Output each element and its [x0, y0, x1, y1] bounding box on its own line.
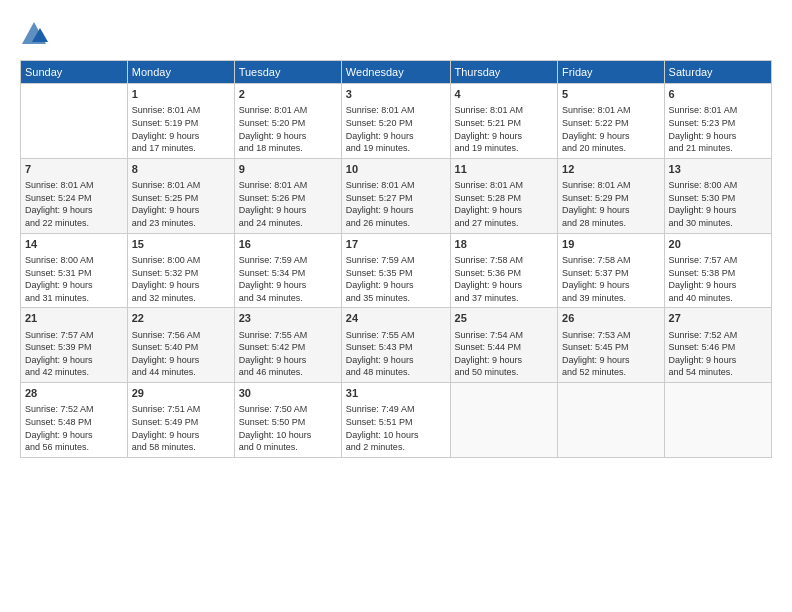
calendar-cell: 31Sunrise: 7:49 AM Sunset: 5:51 PM Dayli…: [341, 383, 450, 458]
calendar-cell: 10Sunrise: 8:01 AM Sunset: 5:27 PM Dayli…: [341, 158, 450, 233]
day-of-week-header: Friday: [558, 61, 665, 84]
calendar-cell: 20Sunrise: 7:57 AM Sunset: 5:38 PM Dayli…: [664, 233, 771, 308]
calendar-cell: 8Sunrise: 8:01 AM Sunset: 5:25 PM Daylig…: [127, 158, 234, 233]
calendar-cell: 30Sunrise: 7:50 AM Sunset: 5:50 PM Dayli…: [234, 383, 341, 458]
calendar-cell: [450, 383, 558, 458]
calendar-cell: 1Sunrise: 8:01 AM Sunset: 5:19 PM Daylig…: [127, 84, 234, 159]
calendar-cell: 6Sunrise: 8:01 AM Sunset: 5:23 PM Daylig…: [664, 84, 771, 159]
day-info: Sunrise: 8:01 AM Sunset: 5:26 PM Dayligh…: [239, 179, 337, 229]
calendar-cell: 24Sunrise: 7:55 AM Sunset: 5:43 PM Dayli…: [341, 308, 450, 383]
day-number: 26: [562, 311, 660, 326]
calendar-cell: 26Sunrise: 7:53 AM Sunset: 5:45 PM Dayli…: [558, 308, 665, 383]
day-number: 8: [132, 162, 230, 177]
calendar-cell: 17Sunrise: 7:59 AM Sunset: 5:35 PM Dayli…: [341, 233, 450, 308]
calendar-cell: 7Sunrise: 8:01 AM Sunset: 5:24 PM Daylig…: [21, 158, 128, 233]
day-number: 6: [669, 87, 767, 102]
day-info: Sunrise: 8:01 AM Sunset: 5:22 PM Dayligh…: [562, 104, 660, 154]
day-number: 23: [239, 311, 337, 326]
day-info: Sunrise: 7:55 AM Sunset: 5:42 PM Dayligh…: [239, 329, 337, 379]
calendar-header-row: SundayMondayTuesdayWednesdayThursdayFrid…: [21, 61, 772, 84]
day-info: Sunrise: 8:00 AM Sunset: 5:31 PM Dayligh…: [25, 254, 123, 304]
day-info: Sunrise: 7:59 AM Sunset: 5:35 PM Dayligh…: [346, 254, 446, 304]
day-number: 13: [669, 162, 767, 177]
day-number: 12: [562, 162, 660, 177]
day-number: 27: [669, 311, 767, 326]
day-number: 21: [25, 311, 123, 326]
day-number: 16: [239, 237, 337, 252]
day-info: Sunrise: 7:58 AM Sunset: 5:37 PM Dayligh…: [562, 254, 660, 304]
day-info: Sunrise: 8:00 AM Sunset: 5:32 PM Dayligh…: [132, 254, 230, 304]
calendar-cell: 12Sunrise: 8:01 AM Sunset: 5:29 PM Dayli…: [558, 158, 665, 233]
calendar-cell: 11Sunrise: 8:01 AM Sunset: 5:28 PM Dayli…: [450, 158, 558, 233]
day-info: Sunrise: 7:57 AM Sunset: 5:38 PM Dayligh…: [669, 254, 767, 304]
calendar-cell: 23Sunrise: 7:55 AM Sunset: 5:42 PM Dayli…: [234, 308, 341, 383]
day-number: 28: [25, 386, 123, 401]
day-number: 2: [239, 87, 337, 102]
day-info: Sunrise: 7:52 AM Sunset: 5:46 PM Dayligh…: [669, 329, 767, 379]
calendar-cell: 19Sunrise: 7:58 AM Sunset: 5:37 PM Dayli…: [558, 233, 665, 308]
header: [20, 20, 772, 48]
day-number: 30: [239, 386, 337, 401]
day-info: Sunrise: 8:01 AM Sunset: 5:20 PM Dayligh…: [346, 104, 446, 154]
day-info: Sunrise: 8:01 AM Sunset: 5:21 PM Dayligh…: [455, 104, 554, 154]
day-info: Sunrise: 7:51 AM Sunset: 5:49 PM Dayligh…: [132, 403, 230, 453]
day-of-week-header: Saturday: [664, 61, 771, 84]
calendar-cell: 28Sunrise: 7:52 AM Sunset: 5:48 PM Dayli…: [21, 383, 128, 458]
day-info: Sunrise: 7:56 AM Sunset: 5:40 PM Dayligh…: [132, 329, 230, 379]
calendar-cell: 29Sunrise: 7:51 AM Sunset: 5:49 PM Dayli…: [127, 383, 234, 458]
day-of-week-header: Monday: [127, 61, 234, 84]
day-info: Sunrise: 8:00 AM Sunset: 5:30 PM Dayligh…: [669, 179, 767, 229]
day-info: Sunrise: 7:55 AM Sunset: 5:43 PM Dayligh…: [346, 329, 446, 379]
calendar-cell: [664, 383, 771, 458]
calendar-cell: [21, 84, 128, 159]
logo-icon: [20, 20, 48, 48]
day-info: Sunrise: 7:52 AM Sunset: 5:48 PM Dayligh…: [25, 403, 123, 453]
calendar-cell: 15Sunrise: 8:00 AM Sunset: 5:32 PM Dayli…: [127, 233, 234, 308]
day-info: Sunrise: 8:01 AM Sunset: 5:23 PM Dayligh…: [669, 104, 767, 154]
day-of-week-header: Thursday: [450, 61, 558, 84]
calendar-cell: 25Sunrise: 7:54 AM Sunset: 5:44 PM Dayli…: [450, 308, 558, 383]
day-number: 7: [25, 162, 123, 177]
calendar-cell: 5Sunrise: 8:01 AM Sunset: 5:22 PM Daylig…: [558, 84, 665, 159]
day-number: 10: [346, 162, 446, 177]
calendar-cell: [558, 383, 665, 458]
calendar-week-row: 14Sunrise: 8:00 AM Sunset: 5:31 PM Dayli…: [21, 233, 772, 308]
calendar-cell: 9Sunrise: 8:01 AM Sunset: 5:26 PM Daylig…: [234, 158, 341, 233]
day-info: Sunrise: 8:01 AM Sunset: 5:19 PM Dayligh…: [132, 104, 230, 154]
calendar-cell: 18Sunrise: 7:58 AM Sunset: 5:36 PM Dayli…: [450, 233, 558, 308]
day-number: 22: [132, 311, 230, 326]
calendar-cell: 14Sunrise: 8:00 AM Sunset: 5:31 PM Dayli…: [21, 233, 128, 308]
day-number: 15: [132, 237, 230, 252]
day-info: Sunrise: 7:50 AM Sunset: 5:50 PM Dayligh…: [239, 403, 337, 453]
day-number: 5: [562, 87, 660, 102]
calendar-cell: 4Sunrise: 8:01 AM Sunset: 5:21 PM Daylig…: [450, 84, 558, 159]
day-info: Sunrise: 7:49 AM Sunset: 5:51 PM Dayligh…: [346, 403, 446, 453]
day-info: Sunrise: 8:01 AM Sunset: 5:29 PM Dayligh…: [562, 179, 660, 229]
day-number: 31: [346, 386, 446, 401]
calendar-week-row: 1Sunrise: 8:01 AM Sunset: 5:19 PM Daylig…: [21, 84, 772, 159]
day-number: 1: [132, 87, 230, 102]
calendar-cell: 2Sunrise: 8:01 AM Sunset: 5:20 PM Daylig…: [234, 84, 341, 159]
day-number: 29: [132, 386, 230, 401]
calendar-cell: 16Sunrise: 7:59 AM Sunset: 5:34 PM Dayli…: [234, 233, 341, 308]
day-number: 4: [455, 87, 554, 102]
day-number: 17: [346, 237, 446, 252]
day-number: 24: [346, 311, 446, 326]
day-number: 9: [239, 162, 337, 177]
day-number: 18: [455, 237, 554, 252]
calendar-cell: 22Sunrise: 7:56 AM Sunset: 5:40 PM Dayli…: [127, 308, 234, 383]
calendar-week-row: 28Sunrise: 7:52 AM Sunset: 5:48 PM Dayli…: [21, 383, 772, 458]
logo: [20, 20, 52, 48]
day-number: 19: [562, 237, 660, 252]
calendar-cell: 21Sunrise: 7:57 AM Sunset: 5:39 PM Dayli…: [21, 308, 128, 383]
day-info: Sunrise: 8:01 AM Sunset: 5:24 PM Dayligh…: [25, 179, 123, 229]
calendar-page: SundayMondayTuesdayWednesdayThursdayFrid…: [0, 0, 792, 612]
calendar-week-row: 7Sunrise: 8:01 AM Sunset: 5:24 PM Daylig…: [21, 158, 772, 233]
calendar-cell: 3Sunrise: 8:01 AM Sunset: 5:20 PM Daylig…: [341, 84, 450, 159]
calendar-cell: 13Sunrise: 8:00 AM Sunset: 5:30 PM Dayli…: [664, 158, 771, 233]
day-of-week-header: Sunday: [21, 61, 128, 84]
day-number: 3: [346, 87, 446, 102]
day-info: Sunrise: 8:01 AM Sunset: 5:28 PM Dayligh…: [455, 179, 554, 229]
day-info: Sunrise: 8:01 AM Sunset: 5:20 PM Dayligh…: [239, 104, 337, 154]
calendar-cell: 27Sunrise: 7:52 AM Sunset: 5:46 PM Dayli…: [664, 308, 771, 383]
